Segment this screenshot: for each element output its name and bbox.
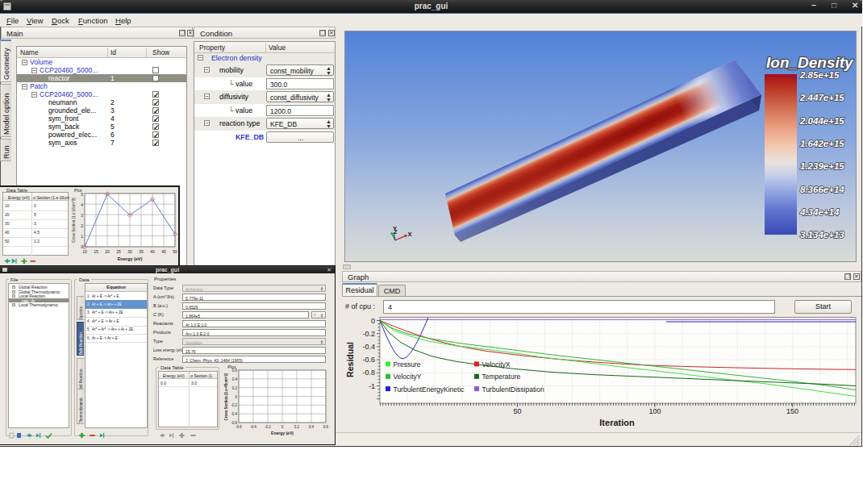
svg-text:VelocityX: VelocityX <box>482 360 511 369</box>
svg-text:0.4: 0.4 <box>232 377 238 381</box>
svg-text:TurbulentEnergyKinetic: TurbulentEnergyKinetic <box>394 385 465 394</box>
svg-text:Cross Section (1.e-45cm^2): Cross Section (1.e-45cm^2) <box>224 373 228 420</box>
svg-text:-0.8: -0.8 <box>362 369 375 377</box>
svg-text:-0.6: -0.6 <box>236 425 242 429</box>
svg-text:TurbulentDissipation: TurbulentDissipation <box>482 385 544 394</box>
svg-text:-1: -1 <box>369 382 375 390</box>
svg-text:-0.2: -0.2 <box>362 330 375 338</box>
svg-text:-0.4: -0.4 <box>231 412 237 416</box>
svg-text:Ion_Density: Ion_Density <box>766 54 854 71</box>
svg-text:2.85e+15: 2.85e+15 <box>799 70 840 80</box>
svg-text:-0.6: -0.6 <box>362 356 375 364</box>
svg-text:Temperature: Temperature <box>482 373 521 381</box>
svg-text:-0.2: -0.2 <box>265 425 271 429</box>
svg-text:50: 50 <box>173 249 177 254</box>
svg-text:20: 20 <box>105 249 110 254</box>
svg-text:25: 25 <box>116 249 121 254</box>
svg-text:2.447e+15: 2.447e+15 <box>799 93 844 102</box>
svg-text:2.044e+15: 2.044e+15 <box>799 116 844 126</box>
svg-text:100: 100 <box>648 407 661 415</box>
svg-text:1.642e+15: 1.642e+15 <box>800 139 844 148</box>
svg-text:15: 15 <box>94 249 98 254</box>
svg-text:Cross Section (1.e-16cm^2): Cross Section (1.e-16cm^2) <box>72 198 76 243</box>
svg-text:35: 35 <box>139 249 144 254</box>
svg-text:0.2: 0.2 <box>294 425 300 429</box>
svg-text:0.2: 0.2 <box>232 386 238 390</box>
svg-text:Z: Z <box>394 228 398 235</box>
svg-text:Energy (eV): Energy (eV) <box>271 431 294 435</box>
svg-text:Energy (eV): Energy (eV) <box>118 256 143 261</box>
svg-text:10: 10 <box>82 249 87 254</box>
svg-text:1.239e+15: 1.239e+15 <box>800 161 844 171</box>
svg-text:1: 1 <box>81 234 83 239</box>
svg-text:X: X <box>408 231 412 238</box>
svg-text:40: 40 <box>150 249 155 254</box>
svg-text:150: 150 <box>786 407 798 415</box>
svg-text:2: 2 <box>81 223 83 228</box>
svg-text:0: 0 <box>281 425 284 429</box>
svg-text:0: 0 <box>235 395 237 399</box>
svg-text:Iteration: Iteration <box>599 418 635 427</box>
svg-text:-0.4: -0.4 <box>362 343 375 351</box>
svg-text:30: 30 <box>127 249 132 254</box>
svg-text:4: 4 <box>81 202 83 207</box>
svg-text:3.134e+13: 3.134e+13 <box>800 230 844 240</box>
svg-text:Residual: Residual <box>345 342 355 377</box>
svg-text:0.4: 0.4 <box>309 425 315 429</box>
svg-text:-0.2: -0.2 <box>231 403 237 407</box>
svg-text:50: 50 <box>513 407 521 415</box>
svg-text:-0.4: -0.4 <box>250 425 256 429</box>
svg-text:VelocityY: VelocityY <box>394 373 422 381</box>
svg-text:Pressure: Pressure <box>394 360 421 369</box>
svg-text:5: 5 <box>81 192 83 197</box>
svg-text:4.34e+14: 4.34e+14 <box>799 207 840 217</box>
svg-text:0.6: 0.6 <box>232 369 238 373</box>
svg-text:8.366e+14: 8.366e+14 <box>800 185 844 194</box>
svg-text:0: 0 <box>371 317 375 325</box>
svg-text:45: 45 <box>161 249 166 254</box>
svg-text:0.6: 0.6 <box>323 425 329 429</box>
svg-text:3: 3 <box>81 213 83 218</box>
